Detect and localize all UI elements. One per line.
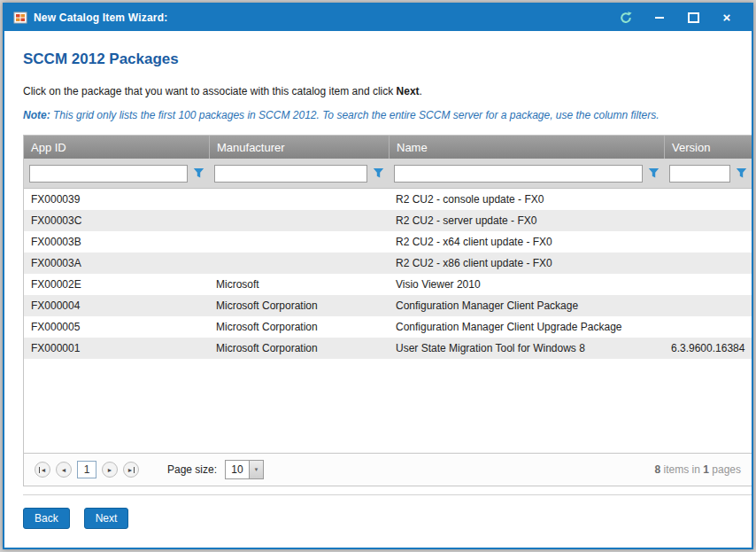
grid-filter-row bbox=[24, 159, 752, 189]
column-header-version[interactable]: Version bbox=[664, 136, 752, 159]
page-size-value: 10 bbox=[226, 461, 249, 478]
chevron-down-icon: ▼ bbox=[249, 461, 263, 478]
cell-app-id: FX000005 bbox=[24, 321, 209, 333]
page-title: SCCM 2012 Packages bbox=[23, 51, 752, 68]
wizard-content: SCCM 2012 Packages Click on the package … bbox=[4, 31, 752, 548]
column-header-app-id[interactable]: App ID bbox=[24, 141, 209, 154]
table-row[interactable]: FX00003C R2 CU2 - server update - FX0 bbox=[24, 210, 752, 231]
grid-pager: ◄ ◄ 1 ► ► Page size: 10 ▼ 8 items in 1 p… bbox=[24, 453, 752, 486]
grid-body: FX000039 R2 CU2 - console update - FX0 F… bbox=[24, 189, 752, 359]
cell-app-id: FX00002E bbox=[24, 278, 209, 291]
window-controls: × bbox=[619, 11, 734, 25]
packages-grid: App ID Manufacturer Name Version bbox=[23, 135, 752, 486]
table-row[interactable]: FX00003B R2 CU2 - x64 client update - FX… bbox=[24, 231, 752, 253]
wizard-window: New Catalog Item Wizard: × SCCM 2012 Pac… bbox=[3, 3, 753, 549]
cell-app-id: FX00003A bbox=[24, 257, 209, 269]
cell-manufacturer: Microsoft Corporation bbox=[209, 342, 389, 354]
note-label: Note: bbox=[23, 109, 50, 121]
table-row[interactable]: FX000039 R2 CU2 - console update - FX0 bbox=[24, 189, 752, 210]
instruction-bold: Next bbox=[397, 85, 420, 97]
cell-manufacturer: Microsoft Corporation bbox=[209, 299, 389, 312]
grid-header-row: App ID Manufacturer Name Version bbox=[24, 136, 752, 159]
page-size-label: Page size: bbox=[167, 463, 217, 476]
pager-current-page[interactable]: 1 bbox=[77, 461, 96, 478]
table-row[interactable]: FX00002E Microsoft Visio Viewer 2010 bbox=[24, 274, 752, 295]
note-body: This grid only lists the first 100 packa… bbox=[50, 109, 660, 121]
app-id-filter-input[interactable] bbox=[29, 165, 188, 183]
cell-name: R2 CU2 - x64 client update - FX0 bbox=[389, 236, 664, 248]
pager-first-page-icon[interactable]: ◄ bbox=[35, 462, 50, 478]
cell-name: Configuration Manager Client Upgrade Pac… bbox=[389, 321, 664, 333]
instruction-suffix: . bbox=[420, 85, 422, 97]
pager-previous-page-icon[interactable]: ◄ bbox=[56, 462, 72, 478]
items-text: items in bbox=[660, 463, 703, 476]
column-header-name[interactable]: Name bbox=[389, 136, 664, 159]
refresh-icon[interactable] bbox=[619, 11, 633, 25]
footer-divider bbox=[23, 494, 752, 495]
cell-name: User State Migration Tool for Windows 8 bbox=[389, 342, 664, 354]
cell-app-id: FX00003C bbox=[24, 214, 209, 227]
table-row[interactable]: FX00003A R2 CU2 - x86 client update - FX… bbox=[24, 253, 752, 274]
cell-manufacturer: Microsoft Corporation bbox=[209, 321, 389, 333]
pages-text: pages bbox=[709, 463, 741, 476]
instruction-text: Click on the package that you want to as… bbox=[23, 85, 752, 97]
pager-last-page-icon[interactable]: ► bbox=[123, 462, 139, 478]
pager-summary: 8 items in 1 pages bbox=[655, 463, 741, 476]
cell-name: Visio Viewer 2010 bbox=[389, 278, 664, 291]
app-id-filter-icon[interactable] bbox=[188, 163, 209, 184]
cell-name: R2 CU2 - server update - FX0 bbox=[389, 214, 664, 227]
manufacturer-filter-icon[interactable] bbox=[367, 163, 389, 184]
cell-manufacturer: Microsoft bbox=[209, 278, 389, 291]
page-size-dropdown[interactable]: 10 ▼ bbox=[225, 460, 264, 479]
cell-version: 6.3.9600.16384 bbox=[664, 342, 752, 354]
filter-cell-manufacturer bbox=[209, 163, 389, 184]
filter-cell-version bbox=[664, 163, 752, 184]
pages-count: 1 bbox=[703, 463, 709, 476]
cell-app-id: FX00003B bbox=[24, 236, 209, 248]
pager-next-page-icon[interactable]: ► bbox=[102, 462, 118, 478]
footer-buttons: Back Next bbox=[23, 508, 752, 540]
next-button[interactable]: Next bbox=[84, 508, 129, 529]
manufacturer-filter-input[interactable] bbox=[214, 165, 367, 183]
table-row[interactable]: FX000004 Microsoft Corporation Configura… bbox=[24, 295, 752, 316]
filter-cell-name bbox=[389, 163, 664, 184]
close-icon[interactable]: × bbox=[720, 11, 734, 25]
cell-app-id: FX000004 bbox=[24, 299, 209, 312]
filter-cell-app-id bbox=[24, 163, 209, 184]
cell-app-id: FX000039 bbox=[24, 193, 209, 206]
title-bar: New Catalog Item Wizard: × bbox=[4, 4, 752, 31]
column-header-manufacturer[interactable]: Manufacturer bbox=[209, 136, 389, 159]
note-text: Note: This grid only lists the first 100… bbox=[23, 109, 752, 121]
version-filter-icon[interactable] bbox=[730, 163, 752, 184]
version-filter-input[interactable] bbox=[669, 165, 730, 183]
cell-app-id: FX000001 bbox=[24, 342, 209, 354]
cell-name: Configuration Manager Client Package bbox=[389, 299, 664, 312]
name-filter-input[interactable] bbox=[394, 165, 643, 183]
back-button[interactable]: Back bbox=[23, 508, 70, 529]
name-filter-icon[interactable] bbox=[643, 163, 664, 184]
minimize-icon[interactable] bbox=[652, 11, 667, 25]
maximize-icon[interactable] bbox=[686, 11, 700, 25]
cell-name: R2 CU2 - x86 client update - FX0 bbox=[389, 257, 664, 269]
cell-name: R2 CU2 - console update - FX0 bbox=[389, 193, 664, 206]
table-row[interactable]: FX000005 Microsoft Corporation Configura… bbox=[24, 316, 752, 338]
window-title: New Catalog Item Wizard: bbox=[34, 12, 167, 24]
app-icon bbox=[13, 11, 27, 25]
table-row[interactable]: FX000001 Microsoft Corporation User Stat… bbox=[24, 338, 752, 359]
instruction-prefix: Click on the package that you want to as… bbox=[23, 85, 397, 97]
